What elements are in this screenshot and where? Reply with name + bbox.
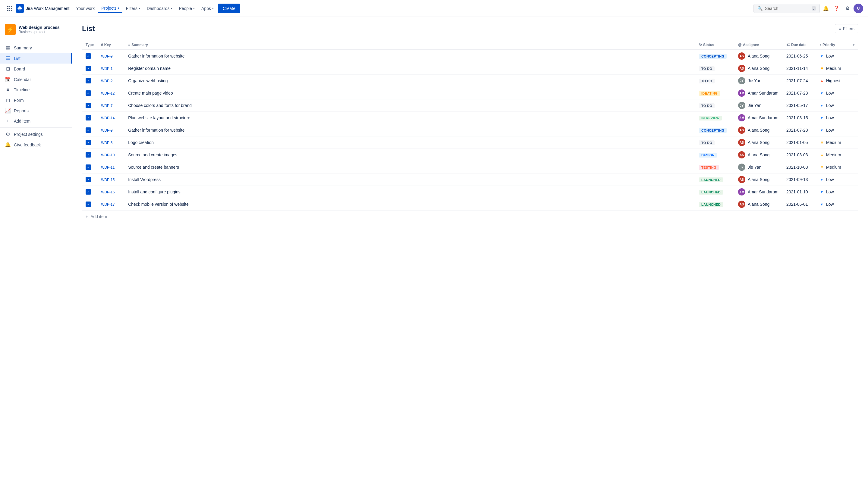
due-date: 2021-07-28 (786, 128, 808, 133)
cell-type: ✓ (82, 186, 97, 198)
sidebar-item-label: Project settings (14, 132, 43, 137)
assignee-name: Jie Yan (748, 78, 761, 83)
key-link[interactable]: WDP-8 (101, 141, 113, 145)
user-avatar[interactable]: U (853, 4, 863, 13)
cell-key: WDP-16 (97, 186, 125, 198)
row-checkbox[interactable]: ✓ (86, 78, 91, 83)
summary-text: Organize webhosting (128, 78, 168, 83)
row-checkbox[interactable]: ✓ (86, 152, 91, 157)
cell-type: ✓ (82, 99, 97, 112)
cell-type: ✓ (82, 62, 97, 75)
key-link[interactable]: WDP-9 (101, 128, 113, 133)
search-shortcut: / (812, 6, 816, 11)
summary-text: Choose colors and fonts for brand (128, 103, 192, 108)
summary-text: Source and create images (128, 152, 177, 157)
due-date: 2021-01-10 (786, 189, 808, 194)
search-box[interactable]: 🔍 / (754, 4, 820, 13)
notifications-icon[interactable]: 🔔 (821, 4, 831, 13)
cell-duedate: 2021-06-25 (783, 50, 816, 62)
sidebar-item-summary[interactable]: ▦ Summary (0, 42, 72, 53)
table-row: ✓ WDP-11 Source and create banners TESTI… (82, 161, 858, 173)
sidebar-item-add-item[interactable]: + Add item (0, 116, 72, 126)
cell-key: WDP-17 (97, 198, 125, 211)
priority-cell: ▾ Low (819, 202, 845, 207)
cell-priority: ▾ Low (816, 186, 849, 198)
grid-icon[interactable] (5, 4, 15, 13)
key-link[interactable]: WDP-14 (101, 116, 114, 120)
nav-apps[interactable]: Apps ▾ (198, 4, 217, 13)
key-link[interactable]: WDP-17 (101, 203, 114, 207)
assignee-cell: AS Alana Song (738, 65, 779, 72)
summary-text: Logo creation (128, 140, 154, 145)
duedate-label: Due date (791, 43, 807, 47)
row-checkbox[interactable]: ✓ (86, 128, 91, 133)
topnav-nav: Your work Projects ▾ Filters ▾ Dashboard… (73, 4, 216, 13)
sidebar-item-label: Give feedback (14, 142, 41, 147)
status-badge: TESTING (699, 165, 719, 170)
col-header-add[interactable]: + (849, 40, 858, 50)
logo[interactable]: Jira Work Management (16, 4, 69, 13)
filters-button[interactable]: ≡ Filters (835, 24, 858, 33)
row-checkbox[interactable]: ✓ (86, 140, 91, 145)
row-checkbox[interactable]: ✓ (86, 165, 91, 170)
cell-duedate: 2021-03-03 (783, 149, 816, 161)
key-link[interactable]: WDP-1 (101, 66, 113, 71)
cell-add (849, 173, 858, 186)
row-checkbox[interactable]: ✓ (86, 53, 91, 59)
search-input[interactable] (765, 6, 810, 11)
sidebar-item-project-settings[interactable]: ⚙ Project settings (0, 129, 72, 139)
row-checkbox[interactable]: ✓ (86, 103, 91, 108)
key-link[interactable]: WDP-11 (101, 165, 114, 170)
nav-dashboards[interactable]: Dashboards ▾ (144, 4, 176, 13)
sidebar-item-calendar[interactable]: 📅 Calendar (0, 74, 72, 84)
key-link[interactable]: WDP-16 (101, 190, 114, 194)
row-checkbox[interactable]: ✓ (86, 90, 91, 96)
row-checkbox[interactable]: ✓ (86, 189, 91, 195)
priority-icon: ≡ (819, 66, 824, 71)
due-date: 2021-03-15 (786, 115, 808, 120)
assignee-name: Jie Yan (748, 103, 761, 108)
assignee-name: Alana Song (748, 202, 770, 207)
nav-filters[interactable]: Filters ▾ (123, 4, 143, 13)
cell-assignee: AS Alana Song (735, 62, 783, 75)
assignee-cell: AM Amar Sundaram (738, 188, 779, 195)
key-link[interactable]: WDP-15 (101, 178, 114, 182)
project-type: Business project (19, 30, 60, 34)
key-link[interactable]: WDP-7 (101, 103, 113, 108)
row-checkbox[interactable]: ✓ (86, 202, 91, 207)
create-button[interactable]: Create (218, 4, 240, 13)
priority-label: Low (826, 202, 834, 207)
nav-people[interactable]: People ▾ (176, 4, 198, 13)
sidebar-item-form[interactable]: ◻ Form (0, 95, 72, 106)
add-item-button[interactable]: + Add item (86, 214, 855, 219)
sidebar-item-list[interactable]: ☰ List (0, 53, 72, 63)
cell-status: TO DO (695, 62, 735, 75)
due-date: 2021-06-01 (786, 202, 808, 207)
cell-assignee: AM Amar Sundaram (735, 186, 783, 198)
key-link[interactable]: WDP-10 (101, 153, 114, 157)
row-checkbox[interactable]: ✓ (86, 66, 91, 71)
key-link[interactable]: WDP-2 (101, 79, 113, 83)
cell-add (849, 112, 858, 124)
cell-priority: ▲ Highest (816, 75, 849, 87)
sidebar-item-timeline[interactable]: ≡ Timeline (0, 84, 72, 95)
cell-status: IN REVIEW (695, 112, 735, 124)
svg-rect-8 (11, 10, 12, 11)
settings-icon[interactable]: ⚙ (843, 4, 852, 13)
sidebar-item-reports[interactable]: 📈 Reports (0, 106, 72, 116)
sidebar-item-give-feedback[interactable]: 🔔 Give feedback (0, 139, 72, 150)
cell-assignee: AM Amar Sundaram (735, 87, 783, 99)
col-header-duedate: 🏷 Due date (783, 40, 816, 50)
help-icon[interactable]: ❓ (832, 4, 842, 13)
row-checkbox[interactable]: ✓ (86, 177, 91, 182)
sidebar-item-board[interactable]: ⊞ Board (0, 63, 72, 74)
cell-duedate: 2021-06-01 (783, 198, 816, 211)
nav-projects[interactable]: Projects ▾ (98, 4, 122, 13)
row-checkbox[interactable]: ✓ (86, 115, 91, 120)
assignee-cell: AS Alana Song (738, 176, 779, 183)
table-row: ✓ WDP-17 Check mobile version of website… (82, 198, 858, 211)
priority-cell: ▾ Low (819, 128, 845, 133)
key-link[interactable]: WDP-9 (101, 54, 113, 58)
nav-your-work[interactable]: Your work (73, 4, 98, 13)
key-link[interactable]: WDP-12 (101, 91, 114, 95)
